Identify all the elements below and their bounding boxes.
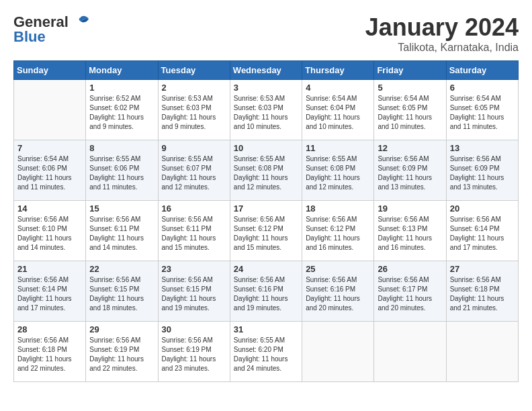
calendar-cell: 22Sunrise: 6:56 AMSunset: 6:15 PMDayligh… — [86, 261, 158, 322]
day-number: 1 — [89, 83, 154, 93]
calendar-cell: 20Sunrise: 6:56 AMSunset: 6:14 PMDayligh… — [446, 201, 518, 261]
day-number: 20 — [450, 203, 515, 214]
day-number: 17 — [234, 203, 298, 214]
day-number: 19 — [378, 203, 442, 214]
calendar-cell: 25Sunrise: 6:56 AMSunset: 6:16 PMDayligh… — [302, 261, 374, 322]
day-number: 31 — [234, 324, 298, 334]
day-info: Sunrise: 6:56 AMSunset: 6:11 PMDaylight:… — [162, 215, 226, 253]
calendar-cell: 2Sunrise: 6:53 AMSunset: 6:03 PMDaylight… — [158, 80, 230, 140]
calendar-cell — [446, 322, 518, 382]
weekday-header: Thursday — [302, 61, 374, 80]
month-title: January 2024 — [365, 13, 519, 42]
calendar-cell: 7Sunrise: 6:54 AMSunset: 6:06 PMDaylight… — [14, 140, 86, 201]
location: Talikota, Karnataka, India — [365, 42, 519, 54]
calendar-week-row: 1Sunrise: 6:52 AMSunset: 6:02 PMDaylight… — [14, 80, 519, 140]
calendar-cell: 12Sunrise: 6:56 AMSunset: 6:09 PMDayligh… — [374, 140, 446, 201]
day-info: Sunrise: 6:56 AMSunset: 6:14 PMDaylight:… — [450, 215, 515, 253]
weekday-header: Sunday — [14, 61, 86, 80]
day-info: Sunrise: 6:56 AMSunset: 6:16 PMDaylight:… — [234, 275, 298, 313]
day-info: Sunrise: 6:54 AMSunset: 6:05 PMDaylight:… — [450, 94, 515, 132]
calendar-cell: 5Sunrise: 6:54 AMSunset: 6:05 PMDaylight… — [374, 80, 446, 140]
calendar-week-row: 28Sunrise: 6:56 AMSunset: 6:18 PMDayligh… — [14, 322, 519, 382]
calendar-cell: 26Sunrise: 6:56 AMSunset: 6:17 PMDayligh… — [374, 261, 446, 322]
calendar-cell: 31Sunrise: 6:55 AMSunset: 6:20 PMDayligh… — [230, 322, 302, 382]
day-number: 23 — [162, 264, 226, 274]
calendar-cell — [374, 322, 446, 382]
calendar-cell: 30Sunrise: 6:56 AMSunset: 6:19 PMDayligh… — [158, 322, 230, 382]
day-number: 21 — [17, 264, 82, 274]
day-info: Sunrise: 6:56 AMSunset: 6:19 PMDaylight:… — [162, 336, 226, 373]
calendar-cell: 10Sunrise: 6:55 AMSunset: 6:08 PMDayligh… — [230, 140, 302, 201]
calendar-week-row: 21Sunrise: 6:56 AMSunset: 6:14 PMDayligh… — [14, 261, 519, 322]
day-info: Sunrise: 6:56 AMSunset: 6:19 PMDaylight:… — [89, 336, 154, 373]
day-number: 28 — [17, 324, 82, 334]
day-info: Sunrise: 6:56 AMSunset: 6:12 PMDaylight:… — [234, 215, 298, 253]
calendar-table: SundayMondayTuesdayWednesdayThursdayFrid… — [13, 60, 519, 382]
day-number: 13 — [450, 143, 515, 153]
calendar-cell: 14Sunrise: 6:56 AMSunset: 6:10 PMDayligh… — [14, 201, 86, 261]
day-number: 29 — [89, 324, 154, 334]
day-number: 8 — [89, 143, 154, 153]
calendar-cell: 21Sunrise: 6:56 AMSunset: 6:14 PMDayligh… — [14, 261, 86, 322]
day-number: 4 — [306, 83, 370, 93]
day-number: 22 — [89, 264, 154, 274]
calendar-cell: 29Sunrise: 6:56 AMSunset: 6:19 PMDayligh… — [86, 322, 158, 382]
day-number: 16 — [162, 203, 226, 214]
day-info: Sunrise: 6:55 AMSunset: 6:20 PMDaylight:… — [234, 336, 298, 373]
day-number: 6 — [450, 83, 515, 93]
day-info: Sunrise: 6:54 AMSunset: 6:05 PMDaylight:… — [378, 94, 442, 132]
weekday-header: Friday — [374, 61, 446, 80]
day-info: Sunrise: 6:55 AMSunset: 6:08 PMDaylight:… — [234, 154, 298, 192]
calendar-header-row: SundayMondayTuesdayWednesdayThursdayFrid… — [14, 61, 519, 80]
calendar-cell — [302, 322, 374, 382]
day-number: 26 — [378, 264, 442, 274]
day-number: 9 — [162, 143, 226, 153]
day-info: Sunrise: 6:56 AMSunset: 6:09 PMDaylight:… — [378, 154, 442, 192]
day-number: 7 — [17, 143, 82, 153]
page-header: General Blue January 2024 Talikota, Karn… — [13, 13, 519, 54]
day-number: 11 — [306, 143, 370, 153]
day-info: Sunrise: 6:56 AMSunset: 6:14 PMDaylight:… — [17, 275, 82, 313]
title-block: January 2024 Talikota, Karnataka, India — [365, 13, 519, 54]
day-number: 5 — [378, 83, 442, 93]
day-info: Sunrise: 6:55 AMSunset: 6:08 PMDaylight:… — [306, 154, 370, 192]
day-info: Sunrise: 6:56 AMSunset: 6:10 PMDaylight:… — [17, 215, 82, 253]
weekday-header: Monday — [86, 61, 158, 80]
calendar-cell: 18Sunrise: 6:56 AMSunset: 6:12 PMDayligh… — [302, 201, 374, 261]
calendar-cell: 8Sunrise: 6:55 AMSunset: 6:06 PMDaylight… — [86, 140, 158, 201]
day-info: Sunrise: 6:56 AMSunset: 6:12 PMDaylight:… — [306, 215, 370, 253]
calendar-week-row: 7Sunrise: 6:54 AMSunset: 6:06 PMDaylight… — [14, 140, 519, 201]
day-number: 2 — [162, 83, 226, 93]
calendar-cell: 17Sunrise: 6:56 AMSunset: 6:12 PMDayligh… — [230, 201, 302, 261]
day-info: Sunrise: 6:56 AMSunset: 6:11 PMDaylight:… — [89, 215, 154, 253]
day-info: Sunrise: 6:56 AMSunset: 6:15 PMDaylight:… — [89, 275, 154, 313]
calendar-cell: 3Sunrise: 6:53 AMSunset: 6:03 PMDaylight… — [230, 80, 302, 140]
day-info: Sunrise: 6:53 AMSunset: 6:03 PMDaylight:… — [162, 94, 226, 132]
calendar-cell: 16Sunrise: 6:56 AMSunset: 6:11 PMDayligh… — [158, 201, 230, 261]
day-number: 10 — [234, 143, 298, 153]
calendar-cell: 15Sunrise: 6:56 AMSunset: 6:11 PMDayligh… — [86, 201, 158, 261]
calendar-cell: 11Sunrise: 6:55 AMSunset: 6:08 PMDayligh… — [302, 140, 374, 201]
day-info: Sunrise: 6:52 AMSunset: 6:02 PMDaylight:… — [89, 94, 154, 132]
calendar-cell: 28Sunrise: 6:56 AMSunset: 6:18 PMDayligh… — [14, 322, 86, 382]
calendar-cell — [14, 80, 86, 140]
day-info: Sunrise: 6:54 AMSunset: 6:06 PMDaylight:… — [17, 154, 82, 192]
calendar-cell: 9Sunrise: 6:55 AMSunset: 6:07 PMDaylight… — [158, 140, 230, 201]
day-number: 3 — [234, 83, 298, 93]
day-info: Sunrise: 6:54 AMSunset: 6:04 PMDaylight:… — [306, 94, 370, 132]
calendar-cell: 23Sunrise: 6:56 AMSunset: 6:15 PMDayligh… — [158, 261, 230, 322]
day-info: Sunrise: 6:56 AMSunset: 6:16 PMDaylight:… — [306, 275, 370, 313]
calendar-cell: 4Sunrise: 6:54 AMSunset: 6:04 PMDaylight… — [302, 80, 374, 140]
calendar-cell: 27Sunrise: 6:56 AMSunset: 6:18 PMDayligh… — [446, 261, 518, 322]
day-number: 14 — [17, 203, 82, 214]
day-number: 12 — [378, 143, 442, 153]
day-number: 24 — [234, 264, 298, 274]
day-number: 27 — [450, 264, 515, 274]
day-info: Sunrise: 6:56 AMSunset: 6:15 PMDaylight:… — [162, 275, 226, 313]
day-info: Sunrise: 6:55 AMSunset: 6:07 PMDaylight:… — [162, 154, 226, 192]
day-info: Sunrise: 6:56 AMSunset: 6:18 PMDaylight:… — [17, 336, 82, 373]
day-info: Sunrise: 6:56 AMSunset: 6:17 PMDaylight:… — [378, 275, 442, 313]
day-number: 30 — [162, 324, 226, 334]
weekday-header: Tuesday — [158, 61, 230, 80]
day-number: 15 — [89, 203, 154, 214]
